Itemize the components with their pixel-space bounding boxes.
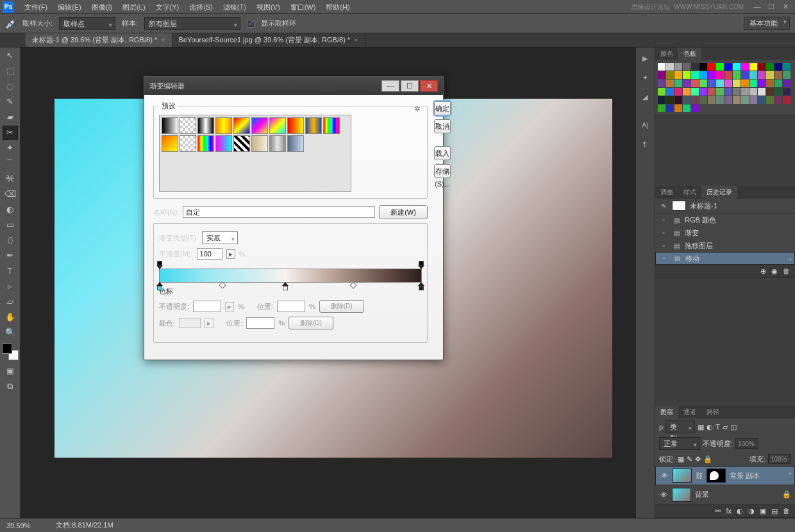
visibility-icon[interactable]: 👁 — [660, 470, 669, 481]
tool-lasso[interactable]: ◌ — [3, 79, 18, 94]
swatch[interactable] — [674, 104, 682, 112]
swatch[interactable] — [716, 96, 724, 104]
swatch[interactable] — [741, 71, 749, 79]
menu-type[interactable]: 文字(Y) — [151, 0, 185, 14]
tab-history[interactable]: 历史记录 — [701, 186, 737, 199]
lock-all-icon[interactable]: 🔒 — [703, 455, 712, 463]
swatch[interactable] — [658, 96, 665, 104]
swatch[interactable] — [724, 63, 732, 71]
preset-swatch[interactable] — [251, 135, 268, 152]
history-item[interactable]: ▫▤渐变 — [655, 226, 795, 239]
menu-select[interactable]: 选择(S) — [184, 0, 218, 14]
swatch[interactable] — [766, 88, 774, 96]
menu-layer[interactable]: 图层(L) — [117, 0, 150, 14]
tool-zoom[interactable]: 🔍 — [3, 326, 18, 340]
smooth-stepper-icon[interactable]: ▸ — [226, 249, 235, 259]
filter-adjust-icon[interactable]: ◐ — [707, 423, 713, 431]
swatch[interactable] — [691, 88, 699, 96]
swatch[interactable] — [724, 71, 732, 79]
swatch[interactable] — [699, 71, 707, 79]
sample-select[interactable]: 所有图层 — [144, 17, 240, 30]
name-input[interactable] — [183, 206, 375, 218]
opacity-input[interactable] — [735, 438, 758, 449]
history-item[interactable]: ▫▤RGB 颜色 — [655, 213, 795, 226]
tab-paths[interactable]: 路径 — [701, 406, 724, 419]
preset-swatch[interactable] — [197, 135, 214, 152]
play-icon[interactable]: ▶ — [636, 50, 654, 67]
swatch[interactable] — [674, 88, 682, 96]
swatch[interactable] — [774, 79, 782, 87]
tab-close-icon[interactable]: × — [161, 36, 165, 44]
tab-close-icon[interactable]: × — [354, 36, 358, 44]
new-snapshot-icon[interactable]: ⊕ — [760, 267, 766, 276]
fg-bg-swatch[interactable] — [2, 344, 19, 360]
preset-swatch[interactable] — [180, 117, 196, 134]
color-stop[interactable] — [418, 282, 424, 290]
menu-window[interactable]: 窗口(W) — [285, 0, 321, 14]
swatch[interactable] — [708, 79, 716, 87]
color-stop[interactable] — [156, 282, 163, 290]
swatch[interactable] — [741, 63, 749, 71]
group-icon[interactable]: ▣ — [760, 507, 766, 515]
swatch[interactable] — [716, 63, 724, 71]
compass-icon[interactable]: ✦ — [636, 69, 654, 86]
swatch[interactable] — [733, 71, 741, 79]
preset-swatch[interactable] — [251, 117, 268, 134]
swatch[interactable] — [683, 79, 690, 87]
swatch[interactable] — [683, 71, 690, 79]
swatch[interactable] — [658, 79, 665, 87]
swatch[interactable] — [774, 88, 782, 96]
swatch[interactable] — [733, 63, 741, 71]
tool-stamp[interactable]: ℀ — [3, 172, 18, 186]
tool-blur[interactable]: ▭ — [3, 218, 18, 232]
smooth-input[interactable] — [197, 248, 222, 260]
swatch[interactable] — [691, 96, 699, 104]
history-snapshot[interactable]: ✎ 未标题-1 — [655, 199, 795, 213]
gradient-bar[interactable] — [159, 269, 422, 283]
swatch[interactable] — [683, 63, 690, 71]
swatch[interactable] — [783, 88, 791, 96]
tool-eraser[interactable]: ⌫ — [3, 187, 18, 201]
preset-swatch[interactable] — [287, 117, 304, 134]
swatch[interactable] — [691, 71, 699, 79]
preset-swatch[interactable] — [215, 117, 232, 134]
swatch[interactable] — [733, 88, 741, 96]
blend-mode-select[interactable]: 正常 — [659, 437, 700, 450]
opacity-stop[interactable] — [156, 262, 163, 269]
sample-size-select[interactable]: 取样点 — [59, 17, 115, 30]
swatch[interactable] — [783, 96, 791, 104]
tool-brush[interactable]: ⌒ — [3, 156, 18, 170]
swatch[interactable] — [699, 79, 707, 87]
tab-styles[interactable]: 样式 — [678, 186, 701, 199]
swatch[interactable] — [741, 79, 749, 87]
color-stop[interactable] — [282, 282, 289, 290]
menu-view[interactable]: 视图(V) — [251, 0, 285, 14]
tool-type[interactable]: T — [3, 264, 18, 278]
layer-name[interactable]: 背景 — [695, 490, 709, 499]
swatch[interactable] — [749, 96, 757, 104]
swatch[interactable] — [666, 96, 674, 104]
swatch[interactable] — [758, 96, 766, 104]
preset-swatch[interactable] — [233, 117, 250, 134]
new-layer-icon[interactable]: ▤ — [771, 507, 778, 515]
visibility-icon[interactable]: 👁 — [659, 491, 668, 499]
filter-type-icon[interactable]: T — [716, 423, 720, 431]
menu-edit[interactable]: 编辑(E) — [53, 0, 87, 14]
tool-marquee[interactable]: ⬚ — [3, 64, 18, 78]
tool-move[interactable]: ↖ — [3, 49, 18, 63]
swatch[interactable] — [758, 63, 766, 71]
tab-swatches[interactable]: 色板 — [678, 47, 701, 60]
swatch[interactable] — [716, 88, 724, 96]
adjustment-icon[interactable]: ◑ — [748, 507, 755, 515]
preset-swatch[interactable] — [269, 135, 286, 152]
menu-file[interactable]: 文件(F) — [19, 0, 53, 14]
swatch[interactable] — [708, 63, 716, 71]
layer-name[interactable]: 背景 副本 — [730, 470, 760, 481]
swatch[interactable] — [724, 79, 732, 87]
swatch[interactable] — [774, 71, 782, 79]
new-button[interactable]: 新建(W) — [379, 205, 428, 219]
character-icon[interactable]: A| — [636, 117, 654, 133]
tool-hand[interactable]: ✋ — [3, 310, 18, 324]
link-icon[interactable]: ⚯ — [715, 507, 721, 515]
dialog-maximize-icon[interactable]: ☐ — [401, 80, 419, 92]
